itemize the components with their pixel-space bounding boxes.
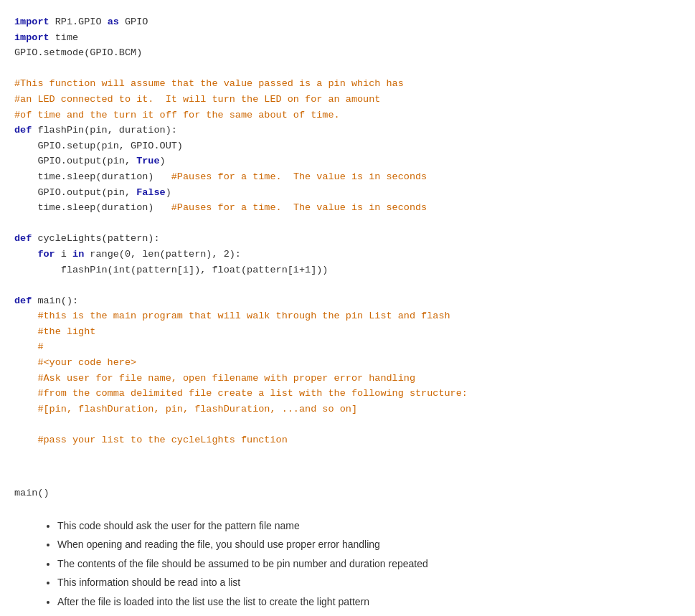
keyword-import2: import <box>14 32 49 43</box>
code-line-def-main: def main(): <box>14 293 681 309</box>
inline-comment-1: #Pauses for a time. The value is in seco… <box>171 171 427 182</box>
code-line-gpio-output-true: GPIO.output(pin, True) <box>14 153 681 169</box>
code-line-sleep-1: time.sleep(duration) #Pauses for a time.… <box>14 169 681 185</box>
bullet-item-4: This information should be read into a l… <box>57 573 681 592</box>
bullet-text-1: This code should ask the user for the pa… <box>57 520 300 531</box>
bullet-item-6: Your code should also contain the follow… <box>57 612 681 616</box>
bullet-text-5: After the file is loaded into the list u… <box>57 596 369 607</box>
bullet-item-1: This code should ask the user for the pa… <box>57 516 681 536</box>
code-comment-main-8: #pass your list to the cycleLights funct… <box>14 432 681 448</box>
code-comment-main-3: # <box>14 339 681 355</box>
keyword-def3: def <box>14 295 32 306</box>
code-comment-3: #of time and the turn it off for the sam… <box>14 108 681 123</box>
keyword-in: in <box>72 249 84 260</box>
code-comment-main-7: #[pin, flashDuration, pin, flashDuration… <box>14 402 681 417</box>
code-line-blank1 <box>14 61 681 77</box>
code-line-flashpin-call: flashPin(int(pattern[i]), float(pattern[… <box>14 262 681 278</box>
code-line-for: for i in range(0, len(pattern), 2): <box>14 247 681 262</box>
code-comment-main-1: #this is the main program that will walk… <box>14 308 681 324</box>
code-comment-1: #This function will assume that the valu… <box>14 76 681 92</box>
code-line-blank3 <box>14 278 681 293</box>
code-comment-main-4: #<your code here> <box>14 355 681 371</box>
requirements-list: This code should ask the user for the pa… <box>14 506 681 616</box>
bool-true: True <box>136 156 159 166</box>
keyword-as: as <box>108 16 119 27</box>
keyword-def2: def <box>14 233 32 244</box>
code-line-def-cyclelights: def cycleLights(pattern): <box>14 231 681 247</box>
bullet-item-5: After the file is loaded into the list u… <box>57 592 681 612</box>
code-line-blank4 <box>14 417 681 432</box>
bullet-text-2: When opening and reading the file, you s… <box>57 539 380 550</box>
code-line-1: import RPi.GPIO as GPIO <box>14 14 681 30</box>
code-comment-main-2: #the light <box>14 324 681 340</box>
code-line-gpio-output-false: GPIO.output(pin, False) <box>14 185 681 201</box>
code-comment-main-5: #Ask user for file name, open filename w… <box>14 371 681 387</box>
code-line-gpio-setup: GPIO.setup(pin, GPIO.OUT) <box>14 138 681 154</box>
bullet-text-3: The contents of the file should be assum… <box>57 558 428 569</box>
code-line-sleep-2: time.sleep(duration) #Pauses for a time.… <box>14 200 681 216</box>
bullet-item-3: The contents of the file should be assum… <box>57 554 681 574</box>
inline-comment-2: #Pauses for a time. The value is in seco… <box>171 202 427 213</box>
code-comment-main-6: #from the comma delimited file create a … <box>14 386 681 402</box>
main-call <box>14 455 681 480</box>
keyword-def1: def <box>14 125 32 136</box>
bullet-text-4: This information should be read into a l… <box>57 577 240 588</box>
code-line-3: GPIO.setmode(GPIO.BCM) <box>14 45 681 61</box>
bullet-item-2: When opening and reading the file, you s… <box>57 535 681 554</box>
code-line-blank2 <box>14 216 681 232</box>
code-block: import RPi.GPIO as GPIO import time GPIO… <box>14 7 681 455</box>
code-line-def-flashpin: def flashPin(pin, duration): <box>14 123 681 138</box>
main-call-line: main() <box>14 480 681 506</box>
code-line-2: import time <box>14 30 681 46</box>
bool-false: False <box>136 187 166 198</box>
code-comment-2: #an LED connected to it. It will turn th… <box>14 92 681 108</box>
keyword-for: for <box>37 249 55 260</box>
keyword-import1: import <box>14 16 49 27</box>
